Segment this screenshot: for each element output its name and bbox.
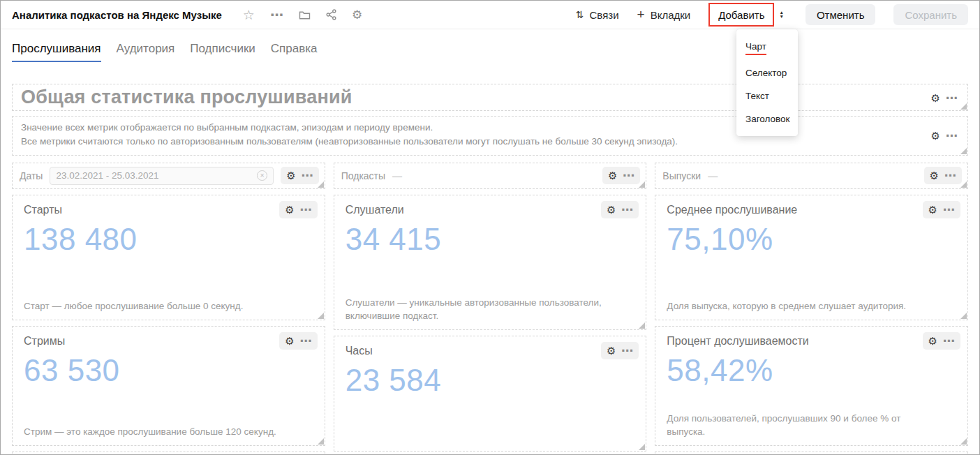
resize-grip[interactable] bbox=[960, 181, 967, 188]
widget-more-icon[interactable]: ⋯ bbox=[302, 170, 313, 181]
resize-grip[interactable] bbox=[960, 148, 967, 154]
widget-gear-icon[interactable]: ⚙ bbox=[607, 204, 616, 215]
widget-gear-icon[interactable]: ⚙ bbox=[931, 92, 940, 103]
topbar: Аналитика подкастов на Яндекс Музыке ☆ ⋯… bbox=[1, 1, 979, 29]
selector-value[interactable]: — bbox=[392, 170, 595, 181]
menu-item-selector[interactable]: Селектор bbox=[736, 61, 798, 84]
resize-grip[interactable] bbox=[639, 444, 645, 450]
selector-value[interactable]: — bbox=[708, 170, 916, 181]
menu-item-chart[interactable]: Чарт bbox=[736, 35, 798, 61]
metric-description: Доля пользователей, прослушавших 90 и бо… bbox=[667, 412, 940, 439]
partial-widget bbox=[655, 452, 968, 455]
widget-gear-icon[interactable]: ⚙ bbox=[931, 130, 940, 141]
metric-description: Доля выпуска, которую в среднем слушает … bbox=[667, 300, 940, 313]
description-line-2: Все метрики считаются только по авторизо… bbox=[21, 135, 959, 149]
metric-card-starts: Старты 138 480 Старт — любое прослушиван… bbox=[12, 195, 325, 320]
clear-icon[interactable]: ✕ bbox=[257, 170, 267, 181]
selector-episodes: Выпуски — ⚙ ⋯ bbox=[655, 163, 968, 189]
widget-more-icon[interactable]: ⋯ bbox=[621, 345, 633, 357]
caret-down-icon: ▼ bbox=[779, 15, 783, 19]
widget-columns: Даты 23.02.2021 - 25.03.2021 ✕ ⚙ ⋯ Старт… bbox=[12, 163, 968, 455]
tab-audience[interactable]: Аудитория bbox=[117, 42, 175, 56]
widget-controls: ⚙ ⋯ bbox=[923, 332, 960, 350]
metric-title: Стримы bbox=[24, 335, 313, 348]
tab-help[interactable]: Справка bbox=[271, 42, 318, 56]
column-2: Подкасты — ⚙ ⋯ Слушатели 34 415 Слушател… bbox=[334, 163, 647, 455]
links-button[interactable]: ⇅ Связи bbox=[576, 9, 619, 21]
tabs-button[interactable]: + Вкладки bbox=[637, 7, 691, 22]
save-button[interactable]: Сохранить bbox=[893, 4, 968, 25]
metric-card-avg-listen: Среднее прослушивание 75,10% Доля выпуск… bbox=[655, 195, 968, 320]
menu-item-text[interactable]: Текст bbox=[736, 84, 798, 107]
widget-controls: ⚙ ⋯ bbox=[924, 167, 962, 184]
resize-grip[interactable] bbox=[318, 438, 324, 445]
metric-card-hours: Часы 23 584 ⚙ ⋯ bbox=[334, 336, 647, 452]
resize-grip[interactable] bbox=[960, 438, 967, 445]
add-split-button: Добавить ▲ ▼ bbox=[708, 3, 787, 27]
menu-item-heading-label: Заголовок bbox=[745, 114, 789, 124]
add-button[interactable]: Добавить bbox=[710, 4, 773, 25]
selector-dates: Даты 23.02.2021 - 25.03.2021 ✕ ⚙ ⋯ bbox=[12, 163, 325, 189]
widget-more-icon[interactable]: ⋯ bbox=[943, 204, 955, 216]
add-dropdown-toggle[interactable]: ▲ ▼ bbox=[775, 4, 787, 25]
metric-card-listeners: Слушатели 34 415 Слушатели — уникальные … bbox=[334, 195, 647, 330]
widget-more-icon[interactable]: ⋯ bbox=[944, 170, 956, 181]
widget-more-icon[interactable]: ⋯ bbox=[946, 91, 958, 103]
resize-grip[interactable] bbox=[960, 103, 967, 110]
widget-gear-icon[interactable]: ⚙ bbox=[607, 345, 616, 356]
widget-more-icon[interactable]: ⋯ bbox=[300, 204, 312, 216]
metric-card-streams: Стримы 63 530 Стрим — это каждое прослуш… bbox=[12, 326, 325, 446]
selector-label: Подкасты bbox=[341, 170, 385, 181]
widget-controls: ⚙ ⋯ bbox=[279, 332, 317, 350]
metric-value: 63 530 bbox=[24, 353, 313, 388]
favorite-star-icon[interactable]: ☆ bbox=[243, 8, 255, 22]
metric-value: 58,42% bbox=[667, 353, 956, 388]
widget-gear-icon[interactable]: ⚙ bbox=[930, 170, 939, 181]
metric-description: Старт — любое прослушивание больше 0 сек… bbox=[24, 300, 297, 313]
title-widget: Общая статистика прослушиваний ⚙ ⋯ bbox=[12, 84, 968, 111]
widget-gear-icon[interactable]: ⚙ bbox=[608, 170, 617, 181]
widget-more-icon[interactable]: ⋯ bbox=[621, 204, 633, 216]
menu-item-selector-label: Селектор bbox=[745, 68, 787, 78]
resize-grip[interactable] bbox=[960, 313, 967, 319]
tabs-label: Вкладки bbox=[651, 9, 691, 21]
section-title: Общая статистика прослушиваний bbox=[21, 87, 352, 108]
widget-gear-icon[interactable]: ⚙ bbox=[285, 336, 294, 346]
widget-controls: ⚙ ⋯ bbox=[601, 201, 639, 218]
widget-gear-icon[interactable]: ⚙ bbox=[928, 336, 937, 346]
tutorial-highlight-box: Добавить bbox=[708, 3, 774, 27]
resize-grip[interactable] bbox=[639, 181, 645, 188]
share-icon[interactable] bbox=[326, 9, 336, 20]
links-label: Связи bbox=[590, 9, 619, 21]
settings-gear-icon[interactable]: ⚙ bbox=[352, 9, 362, 21]
plus-icon: + bbox=[637, 7, 645, 22]
tab-subscribers[interactable]: Подписчики bbox=[190, 42, 255, 56]
widget-more-icon[interactable]: ⋯ bbox=[623, 170, 634, 181]
widget-gear-icon[interactable]: ⚙ bbox=[285, 204, 294, 215]
date-range-input[interactable]: 23.02.2021 - 25.03.2021 ✕ bbox=[50, 167, 274, 185]
menu-item-heading[interactable]: Заголовок bbox=[736, 107, 798, 130]
text-widget: Значение всех метрик отображается по выб… bbox=[12, 116, 968, 156]
dashboard-content: Общая статистика прослушиваний ⚙ ⋯ Значе… bbox=[1, 84, 979, 455]
cancel-button[interactable]: Отменить bbox=[805, 4, 876, 25]
widget-gear-icon[interactable]: ⚙ bbox=[928, 204, 937, 215]
selector-label: Выпуски bbox=[662, 170, 701, 181]
widget-more-icon[interactable]: ⋯ bbox=[943, 335, 955, 347]
widget-gear-icon[interactable]: ⚙ bbox=[286, 170, 295, 181]
metric-title: Слушатели bbox=[346, 204, 635, 216]
folder-icon[interactable] bbox=[299, 10, 311, 20]
menu-item-text-label: Текст bbox=[745, 91, 769, 101]
more-options-icon[interactable]: ⋯ bbox=[270, 8, 283, 22]
widget-controls: ⚙ ⋯ bbox=[279, 201, 317, 218]
resize-grip[interactable] bbox=[318, 313, 324, 319]
resize-grip[interactable] bbox=[639, 322, 645, 329]
metric-description: Стрим — это каждое прослушивание больше … bbox=[24, 426, 297, 439]
tab-listens[interactable]: Прослушивания bbox=[12, 42, 101, 56]
selector-podcasts: Подкасты — ⚙ ⋯ bbox=[334, 163, 647, 189]
metric-description: Слушатели — уникальные авторизованные по… bbox=[346, 297, 618, 323]
widget-more-icon[interactable]: ⋯ bbox=[946, 130, 958, 142]
resize-grip[interactable] bbox=[318, 181, 324, 188]
widget-more-icon[interactable]: ⋯ bbox=[300, 335, 312, 347]
metric-value: 75,10% bbox=[667, 222, 956, 257]
dashboard-page: Аналитика подкастов на Яндекс Музыке ☆ ⋯… bbox=[0, 0, 980, 455]
